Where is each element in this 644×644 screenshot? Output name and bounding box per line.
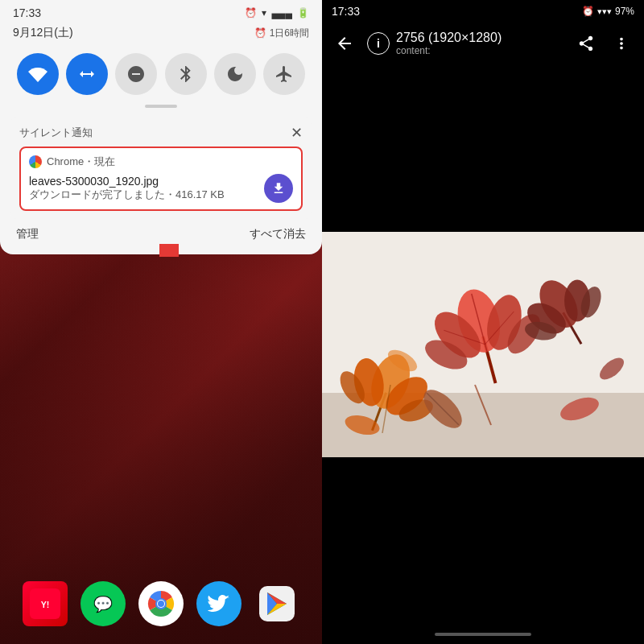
alarm-icon-right: ⏰ xyxy=(582,6,594,17)
chrome-notification[interactable]: Chrome・現在 leaves-5300030_1920.jpg ダウンロード… xyxy=(19,147,303,211)
svg-text:Y!: Y! xyxy=(41,600,50,609)
battery-info: ⏰ 1日6時間 xyxy=(254,27,309,40)
info-button[interactable]: i xyxy=(367,32,390,55)
dock-line[interactable]: 💬 xyxy=(80,581,126,626)
app-dock: Y! 💬 xyxy=(0,572,322,644)
battery-pct-right: 97% xyxy=(615,6,634,17)
notif-body: leaves-5300030_1920.jpg ダウンロードが完了しました・41… xyxy=(29,174,293,203)
left-panel: 17:33 ⏰ ▾ ▄▄▄ 🔋 9月12日(土) ⏰ 1日6時間 xyxy=(0,0,322,644)
dismiss-all-button[interactable]: すべて消去 xyxy=(250,227,306,242)
autumn-image xyxy=(322,232,644,457)
image-title: 2756 (1920×1280) xyxy=(396,31,564,45)
dock-playstore[interactable] xyxy=(254,581,299,626)
status-icons: ⏰ ▾ ▄▄▄ 🔋 xyxy=(245,7,309,19)
app-bar-actions xyxy=(570,27,638,60)
date-label: 9月12日(土) xyxy=(13,26,73,40)
home-indicator xyxy=(435,633,531,636)
bluetooth-toggle[interactable] xyxy=(165,53,207,95)
right-panel: 17:33 ⏰ ▾▾▾ 97% i 2756 (1920×1280) conte… xyxy=(322,0,644,644)
svg-marker-1 xyxy=(150,244,179,289)
app-bar-title: 2756 (1920×1280) content: xyxy=(396,31,564,56)
notification-panel: 17:33 ⏰ ▾ ▄▄▄ 🔋 9月12日(土) ⏰ 1日6時間 xyxy=(0,0,322,254)
date-row: 9月12日(土) ⏰ 1日6時間 xyxy=(0,23,322,47)
status-time-right: 17:33 xyxy=(332,5,360,18)
alarm-icon: ⏰ xyxy=(245,7,257,19)
image-subtitle: content: xyxy=(396,45,564,56)
notif-status-bar: 17:33 ⏰ ▾ ▄▄▄ 🔋 xyxy=(0,0,322,23)
close-button[interactable]: ✕ xyxy=(291,126,303,140)
dock-yahoo[interactable]: Y! xyxy=(23,581,68,626)
manage-button[interactable]: 管理 xyxy=(16,227,39,242)
back-button[interactable] xyxy=(328,27,361,60)
status-time-left: 17:33 xyxy=(13,6,41,19)
silent-label: サイレント通知 xyxy=(19,126,93,140)
airplane-toggle[interactable] xyxy=(263,53,305,95)
clock-icon: ⏰ xyxy=(254,27,266,39)
wifi-icon: ▾ xyxy=(262,7,266,19)
more-options-button[interactable] xyxy=(605,27,638,60)
dock-twitter[interactable] xyxy=(196,581,242,626)
download-status: ダウンロードが完了しました・416.17 KB xyxy=(29,188,264,202)
battery-time: 1日6時間 xyxy=(270,27,309,40)
app-bar: i 2756 (1920×1280) content: xyxy=(322,23,644,64)
svg-text:💬: 💬 xyxy=(93,595,113,613)
signal-icon: ▄▄▄ xyxy=(271,7,292,19)
dnd-toggle[interactable] xyxy=(115,53,157,95)
chrome-app-label: Chrome・現在 xyxy=(47,155,115,169)
notif-text: leaves-5300030_1920.jpg ダウンロードが完了しました・41… xyxy=(29,175,264,202)
silent-notif-header: サイレント通知 ✕ xyxy=(19,126,303,140)
status-icons-right: ⏰ ▾▾▾ 97% xyxy=(582,6,634,17)
svg-point-9 xyxy=(158,601,164,607)
night-mode-toggle[interactable] xyxy=(214,53,256,95)
panel-handle xyxy=(145,105,177,108)
chrome-icon xyxy=(29,155,42,168)
share-button[interactable] xyxy=(570,27,602,60)
silent-notification-section: サイレント通知 ✕ Chrome・現在 leaves-5300030_1920.… xyxy=(10,118,312,219)
filename-label: leaves-5300030_1920.jpg xyxy=(29,175,264,188)
status-bar-right: 17:33 ⏰ ▾▾▾ 97% xyxy=(322,0,644,23)
chrome-notif-header: Chrome・現在 xyxy=(29,155,293,169)
wifi-toggle[interactable] xyxy=(17,53,59,95)
download-button[interactable] xyxy=(264,174,293,203)
dock-chrome[interactable] xyxy=(138,581,184,626)
signal-icon-right: ▾▾▾ xyxy=(597,6,612,17)
image-view[interactable] xyxy=(322,64,644,625)
bottom-navigation-bar xyxy=(322,625,644,644)
data-toggle[interactable] xyxy=(66,53,108,95)
quick-toggles xyxy=(0,47,322,105)
battery-icon: 🔋 xyxy=(297,7,309,19)
